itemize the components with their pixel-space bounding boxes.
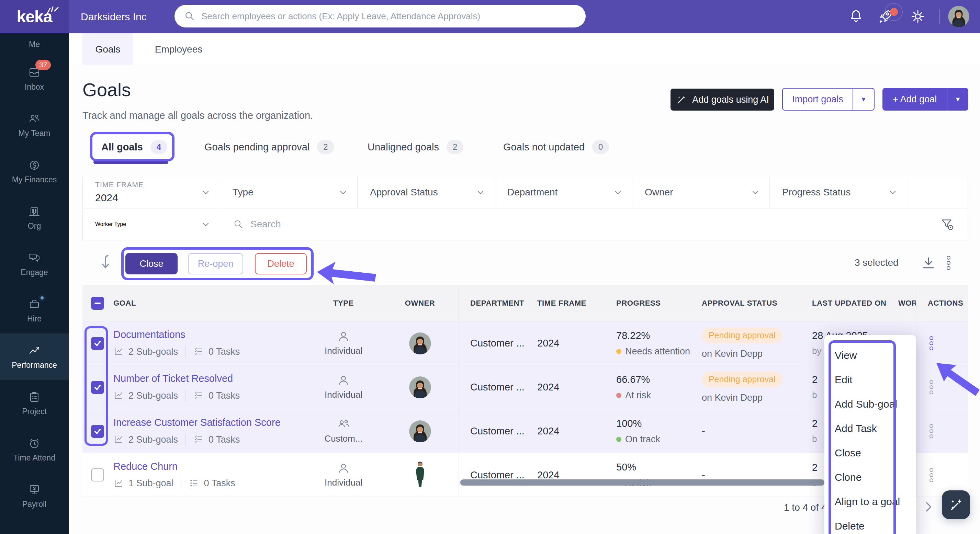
row-checkbox[interactable] (91, 337, 104, 350)
module-tab-employees[interactable]: Employees (142, 33, 216, 65)
tasks-icon (193, 434, 204, 445)
row-actions-kebab[interactable] (928, 380, 935, 394)
sidebar-item-hire[interactable]: Hire (0, 287, 69, 334)
module-tabs-strip: GoalsEmployees (69, 33, 980, 65)
row-actions-kebab[interactable] (928, 336, 935, 350)
chevron-down-icon (888, 188, 897, 197)
goal-tab-count-badge: 0 (592, 140, 609, 154)
notifications-bell-icon[interactable] (848, 8, 864, 25)
goal-name-link[interactable]: Documentations (113, 329, 306, 340)
sub-goals-icon (113, 391, 124, 401)
owner-avatar[interactable] (409, 332, 431, 354)
column-header-goal[interactable]: GOAL (113, 299, 306, 308)
column-header-time-frame[interactable]: TIME FRAME (537, 299, 616, 308)
menu-item-add-task[interactable]: Add Task (824, 416, 916, 440)
filter-type[interactable]: Type (220, 176, 358, 208)
bulk-close-button[interactable]: Close (126, 253, 178, 274)
filter-owner[interactable]: Owner (632, 176, 770, 208)
import-goals-dropdown-caret[interactable]: ▾ (853, 89, 874, 110)
bulk-more-options-kebab[interactable] (947, 254, 950, 271)
row-actions-kebab[interactable] (928, 468, 935, 482)
goal-tab-all-goals[interactable]: All goals4 (101, 140, 167, 154)
sidebar-item-me[interactable]: Me (0, 33, 69, 55)
row-checkbox[interactable] (91, 381, 104, 394)
row-checkbox[interactable] (91, 425, 104, 438)
column-header-department[interactable]: DEPARTMENT (458, 299, 537, 308)
menu-item-align-to-a-goal[interactable]: Align to a goal (824, 490, 916, 514)
filter-worker-type[interactable]: Worker Type (83, 208, 220, 240)
owner-cell (381, 461, 458, 489)
global-search[interactable] (175, 5, 585, 27)
pagination-next-icon[interactable] (923, 500, 934, 514)
filter-time-frame[interactable]: TIME FRAME2024 (83, 176, 220, 208)
column-header-owner[interactable]: OWNER (381, 299, 458, 308)
column-header-last-updated-on[interactable]: LAST UPDATED ON (812, 299, 898, 308)
menu-item-delete[interactable]: Delete (824, 514, 916, 534)
column-header-approval-status[interactable]: APPROVAL STATUS (702, 299, 812, 308)
filter-progress-status[interactable]: Progress Status (770, 176, 907, 208)
column-header-progress[interactable]: PROGRESS (616, 299, 702, 308)
sidebar-item-my-team[interactable]: My Team (0, 102, 69, 148)
filter-search[interactable] (220, 217, 967, 232)
goal-tab-count-badge: 4 (150, 140, 167, 154)
sidebar-item-inbox[interactable]: Inbox37 (0, 55, 69, 102)
department-cell: Customer ... (458, 469, 537, 481)
sidebar-item-performance[interactable]: Performance (0, 334, 69, 380)
tasks-icon (189, 478, 199, 489)
sidebar-item-org[interactable]: Org (0, 194, 69, 241)
user-avatar[interactable] (948, 6, 969, 27)
goal-tab-goals-not-updated[interactable]: Goals not updated0 (503, 140, 609, 154)
hire-notification-dot (38, 294, 46, 302)
column-header-worker-type[interactable]: WORKER TYPE (898, 299, 916, 308)
settings-gear-icon[interactable] (910, 8, 926, 25)
sidebar-item-time-attend[interactable]: Time Attend (0, 426, 69, 472)
goal-tab-unaligned-goals[interactable]: Unaligned goals2 (368, 140, 463, 154)
filter-label: Department (508, 187, 557, 198)
sidebar-item-engage[interactable]: Engage (0, 241, 69, 287)
sidebar-item-my-finances[interactable]: My Finances (0, 148, 69, 194)
goal-tab-goals-pending-approval[interactable]: Goals pending approval2 (204, 140, 334, 154)
owner-avatar[interactable] (409, 377, 431, 398)
ai-assistant-floating-button[interactable] (942, 490, 970, 519)
goal-name-link[interactable]: Reduce Churn (113, 461, 306, 472)
row-checkbox[interactable] (91, 469, 104, 482)
goal-cell: Reduce Churn1 Sub-goal0 Tasks (113, 461, 306, 490)
select-all-checkbox[interactable] (91, 297, 104, 310)
horizontal-scrollbar-thumb[interactable] (460, 479, 824, 486)
column-header-type[interactable]: TYPE (306, 299, 381, 308)
filter-search-input[interactable] (250, 219, 834, 230)
goal-name-link[interactable]: Number of Ticket Resolved (113, 373, 306, 384)
menu-item-add-sub-goal[interactable]: Add Sub-goal (824, 392, 916, 416)
add-goal-button[interactable]: + Add goal ▾ (883, 88, 968, 111)
row-actions-kebab[interactable] (928, 424, 935, 438)
bulk-reopen-button[interactable]: Re-open (188, 253, 243, 274)
add-goals-using-ai-button[interactable]: Add goals using AI (670, 89, 774, 111)
menu-item-close[interactable]: Close (824, 440, 916, 465)
global-search-input[interactable] (201, 11, 562, 22)
sub-goals-icon (113, 346, 124, 357)
keka-logo[interactable]: keka (0, 0, 69, 33)
sidebar-item-label: My Team (19, 129, 51, 138)
module-tab-goals[interactable]: Goals (83, 33, 133, 65)
sub-goals-count: 1 Sub-goal (129, 478, 173, 489)
filter-approval-status[interactable]: Approval Status (358, 176, 495, 208)
menu-item-clone[interactable]: Clone (824, 465, 916, 490)
sort-icon[interactable] (99, 254, 114, 272)
menu-item-view[interactable]: View (824, 343, 916, 367)
import-goals-button[interactable]: Import goals ▾ (782, 88, 875, 111)
column-header-actions[interactable]: ACTIONS (916, 299, 968, 308)
owner-avatar[interactable] (409, 420, 431, 442)
download-icon[interactable] (921, 255, 936, 271)
sidebar-item-project[interactable]: Project (0, 380, 69, 426)
goal-name-link[interactable]: Increase Customer Satisfaction Score (113, 417, 306, 428)
filter-department[interactable]: Department (495, 176, 632, 208)
menu-item-edit[interactable]: Edit (824, 367, 916, 392)
goal-tab-label: Goals not updated (503, 141, 585, 153)
owner-avatar[interactable] (411, 461, 430, 489)
clear-filters-icon[interactable] (940, 217, 955, 232)
goal-meta: 2 Sub-goals0 Tasks (113, 346, 306, 358)
add-goal-dropdown-caret[interactable]: ▾ (947, 88, 968, 111)
sidebar-item-label: My Finances (12, 175, 57, 184)
sidebar-item-payroll[interactable]: Payroll (0, 472, 69, 519)
bulk-delete-button[interactable]: Delete (255, 253, 307, 274)
